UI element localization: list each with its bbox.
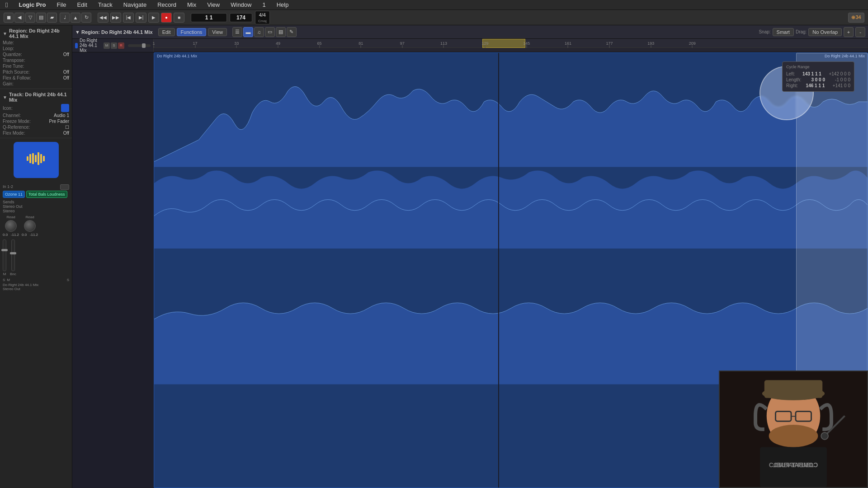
file-menu[interactable]: File (55, 0, 68, 9)
navigate-menu[interactable]: Navigate (122, 0, 148, 9)
mix-menu[interactable]: Mix (185, 0, 198, 9)
smart-controls-btn[interactable]: ▽ (25, 13, 35, 23)
view-button[interactable]: View (208, 28, 227, 36)
popup-left-row: Left: 143 1 1 1 +142 0 0 0 (786, 71, 850, 77)
mute-ctrl[interactable]: M (104, 42, 110, 49)
functions-button[interactable]: Functions (177, 28, 207, 36)
bottom-label-s: S (3, 278, 5, 282)
ruler-line-49 (278, 45, 278, 48)
help-menu[interactable]: Help (275, 0, 291, 9)
track-inspector: ▼ Track: Do Right 24b 44.1 Mix Icon: Cha… (0, 89, 72, 138)
ruler-line-113 (443, 45, 444, 48)
list-btn[interactable]: ☰ (232, 27, 242, 37)
steps-btn[interactable]: ▤ (276, 27, 286, 37)
io-out-btn[interactable] (60, 184, 69, 190)
cycle-btn[interactable]: ↻ (81, 13, 91, 23)
solo-ctrl[interactable]: S (111, 42, 117, 49)
channel-row: Channel: Audio 1 (3, 113, 69, 118)
quantize-row: Quantize: Off (3, 52, 69, 57)
ruler-line-33 (236, 45, 237, 48)
zoom-out-btn[interactable]: - (855, 27, 865, 37)
v-fader-track-r[interactable] (11, 239, 15, 271)
ruler-line-209 (692, 45, 693, 48)
plugin2-btn[interactable]: Total Bals Loudness (26, 191, 67, 198)
vol-slider-row (128, 44, 151, 47)
rec-ctrl[interactable]: R (118, 42, 124, 49)
ruler-mark-161: 161 (565, 41, 571, 46)
flex-follow-row: Flex & Follow: Off (3, 75, 69, 81)
sends-label: Sends (3, 200, 69, 204)
position-display[interactable]: 1 1 (191, 13, 227, 22)
zoom-in-btn[interactable]: + (844, 27, 854, 37)
v-fader-l: M (3, 239, 6, 276)
vol-l-label: 0.0 -11.2 (3, 233, 19, 237)
edit-menu[interactable]: Edit (75, 0, 89, 9)
fader-right: Read 0.0 -11.2 (22, 215, 38, 237)
ruler-mark-209: 209 (689, 41, 696, 46)
timeline-container: Do Right 24b 44.1 Mix Do Right 24b 44.1 … (72, 52, 868, 488)
plugin-btn[interactable]: ⊕34 (848, 13, 864, 23)
logic-pro-menu[interactable]: Logic Pro (17, 0, 47, 9)
drag-value[interactable]: No Overlap (808, 28, 842, 36)
audio-region-label: Do Right 24b 44.1 Mix (157, 54, 197, 58)
ruler-line-145 (526, 45, 527, 48)
webcam-content: COMBAT FUEL COMBAT FUEL (720, 371, 867, 487)
q-ref-row: Q-Reference: ☐ (3, 124, 69, 130)
piano-btn[interactable]: ▭ (265, 27, 275, 37)
mixer-btn[interactable]: ▤ (36, 13, 46, 23)
record-menu[interactable]: Record (156, 0, 178, 9)
fader-row: Read 0.0 -11.2 Read 0.0 -11.2 (3, 215, 69, 237)
loop-row: Loop: (3, 46, 69, 52)
vol-slider[interactable] (128, 44, 151, 47)
snap-value[interactable]: Smart (773, 28, 794, 36)
cycle-marker[interactable] (482, 39, 525, 48)
region-inspector: ▼ Region: Do Right 24b 44.1 Mix Mute: Lo… (0, 25, 72, 89)
edit-tool-group: ☰ ▬ ♫ ▭ ▤ ✎ (232, 27, 297, 37)
waveform-view-btn[interactable]: ▬ (243, 27, 253, 37)
metronome-btn[interactable]: ♩ (60, 13, 70, 23)
v-fader-label-l: M (3, 272, 6, 276)
forward-btn[interactable]: ▶▶ (110, 13, 121, 23)
track-color-chip (75, 43, 78, 48)
fader-knob-r[interactable] (24, 220, 36, 232)
vol-handle (142, 43, 146, 48)
mute-row: Mute: (3, 40, 69, 46)
edit-button[interactable]: Edit (158, 28, 175, 36)
v-fader-label-r: Bnc (10, 272, 16, 276)
pencil-btn[interactable]: ✎ (287, 27, 297, 37)
time-sig-value: 4/4 (259, 12, 266, 18)
apple-menu[interactable]:  (4, 0, 9, 9)
track-icon-swatch[interactable] (61, 104, 69, 112)
record-btn[interactable]: ● (161, 13, 172, 23)
editor-btn[interactable]: ▰ (47, 13, 57, 23)
play-btn[interactable]: ▶ (148, 13, 159, 23)
back-btn[interactable]: |◀ (123, 13, 134, 23)
score-btn[interactable]: ♫ (254, 27, 264, 37)
svg-point-19 (821, 432, 828, 440)
fader-knob-l[interactable] (5, 220, 17, 232)
capture-btn[interactable]: ■ (174, 13, 184, 23)
track-menu[interactable]: Track (96, 0, 114, 9)
ruler-mark-65: 65 (317, 41, 322, 46)
number-menu[interactable]: 1 (260, 0, 267, 9)
time-sig-display[interactable]: 4/4 Cmaj (255, 11, 270, 24)
inspector-btn[interactable]: ◀ (14, 13, 24, 23)
v-fader-r: Bnc (10, 239, 16, 276)
bpm-display[interactable]: 174 (230, 13, 252, 22)
track-thumbnail[interactable] (14, 142, 59, 178)
ruler-line-17 (195, 45, 195, 48)
position-value: 1 1 (205, 14, 213, 21)
vertical-faders: M Bnc (3, 239, 69, 276)
plugin1-btn[interactable]: Ozone 11 (3, 191, 25, 198)
v-fader-track-l[interactable] (3, 239, 6, 271)
stereo-out-label: Stereo Out (3, 204, 69, 209)
window-menu[interactable]: Window (229, 0, 253, 9)
rewind-btn[interactable]: ◀◀ (98, 13, 108, 23)
forward2-btn[interactable]: ▶| (136, 13, 146, 23)
lib-btn[interactable]: ◼ (4, 13, 14, 23)
track-inspector-label: Track: Do Right 24b 44.1 Mix (9, 92, 69, 103)
view-menu[interactable]: View (205, 0, 222, 9)
plugin-btns: Ozone 11 Total Bals Loudness (3, 191, 69, 198)
audio-content: Do Right 24b 44.1 Mix Do Right 24b 44.1 … (154, 52, 868, 488)
count-in-btn[interactable]: ▲ (71, 13, 80, 23)
